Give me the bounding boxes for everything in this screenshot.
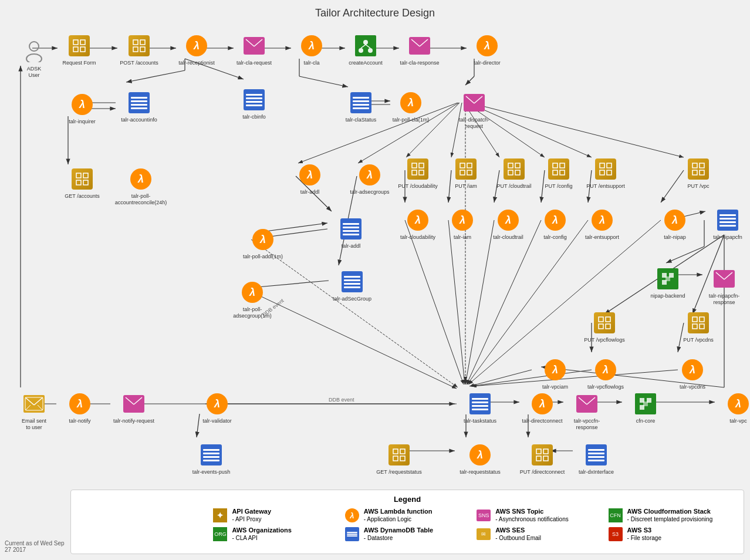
talr-iam-label: talr-iam — [454, 234, 471, 241]
node-talr-validator: λtalr-validator — [194, 392, 241, 424]
svg-rect-164 — [393, 456, 398, 461]
node-put-iam: PUT /iam — [442, 157, 489, 190]
svg-rect-111 — [419, 170, 424, 175]
talr-adSecGroup-label: talr-adSecGroup — [333, 296, 371, 302]
svg-rect-145 — [692, 324, 697, 329]
svg-rect-141 — [599, 324, 603, 329]
svg-line-27 — [469, 103, 684, 157]
node-talr-nipap: λtalr-nipap — [651, 208, 698, 241]
talr-validator-icon: λ — [205, 392, 229, 416]
svg-point-93 — [363, 40, 368, 45]
svg-rect-144 — [700, 317, 704, 322]
talr-receptionist-label: talr-receptionist — [178, 60, 215, 66]
current-date: Current as of Wed Sep 27 2017 — [5, 540, 69, 553]
svg-rect-126 — [600, 170, 604, 175]
legend-item-dynamo: AWS DynamoDB Table- Datastore — [344, 526, 471, 542]
legend-ses-text: AWS SES- Outbound Email — [495, 526, 541, 542]
talr-vpcdns-icon: λ — [681, 358, 704, 382]
legend-item-apigateway: ✦ API Gateway- API Proxy — [212, 507, 339, 524]
talr-vpc-icon: λ — [727, 392, 750, 416]
talr-dispatch-request-icon — [462, 91, 486, 114]
get-requeststatus-label: GET /requeststatus — [376, 469, 421, 475]
talr-poll-accountreconcile-label: talr-poll-accountreconcile(24h) — [115, 193, 167, 206]
svg-line-64 — [252, 292, 457, 389]
talr-adsecgroups-icon: λ — [358, 163, 381, 187]
legend-lambda-icon: λ — [344, 507, 360, 524]
legend-title: Legend — [80, 495, 734, 504]
talr-addl-db-label: talr-addl — [342, 243, 361, 249]
put-vpc-icon — [687, 157, 710, 181]
talr-iam-icon: λ — [451, 208, 474, 232]
svg-rect-129 — [700, 163, 704, 168]
talr-cla-request-icon — [242, 34, 266, 58]
svg-line-21 — [299, 76, 348, 87]
svg-rect-124 — [600, 163, 604, 168]
node-talr-nipapcfn-response: talr-nipapcfn-response — [701, 267, 748, 306]
node-talr-adsecgroups: λtalr-adsecgroups — [346, 163, 393, 195]
legend-item-ses: ✉ AWS SES- Outbound Email — [475, 526, 602, 542]
talr-cloudability-label: talr-cloudability — [400, 234, 435, 241]
talr-requeststatus-label: talr-requeststatus — [460, 469, 501, 475]
talr-cbinfo-icon — [242, 88, 266, 112]
node-adsk-user: ADSK User — [11, 40, 58, 79]
page-title: Tailor Architecture Design — [0, 0, 750, 19]
svg-rect-104 — [76, 173, 81, 178]
node-talr-cla: λtalr-cla — [288, 34, 335, 66]
svg-rect-123 — [560, 170, 565, 175]
node-post-accounts: POST /accounts — [116, 34, 163, 66]
svg-line-52 — [448, 220, 465, 384]
talr-claStatus-icon — [349, 91, 373, 114]
legend-sns-icon: SNS — [475, 507, 492, 524]
node-talr-cloudtrail: λtalr-cloudtrail — [485, 208, 532, 241]
talr-config-icon: λ — [543, 208, 567, 232]
svg-point-80 — [29, 42, 39, 51]
talr-dispatch-request-label: talr-dispatch-request — [451, 117, 498, 130]
svg-line-53 — [465, 220, 494, 384]
talr-cla-response-label: talr-cla-response — [400, 60, 439, 66]
svg-line-44 — [666, 247, 704, 263]
talr-adSecGroup-icon — [340, 270, 364, 294]
legend-sns-text: AWS SNS Topic- Asynchronous notification… — [495, 507, 569, 523]
node-talr-accountinfo: talr-accountinfo — [116, 91, 163, 123]
talr-poll-addl-icon: λ — [251, 228, 275, 251]
talr-nipapcfn-label: talr-nipapcfn — [713, 234, 742, 241]
node-talr-adSecGroup: talr-adSecGroup — [329, 270, 376, 302]
talr-inquirer-label: talr-inquirer — [69, 119, 96, 125]
svg-line-10 — [126, 70, 185, 82]
node-email-user: Email sent to user — [11, 392, 58, 431]
talr-cla-icon: λ — [300, 34, 323, 58]
legend-org-text: AWS Organizations- CLA API — [232, 526, 291, 542]
node-put-vpc: PUT /vpc — [675, 157, 722, 190]
talr-dxinterface-label: talr-dxInterface — [579, 469, 614, 475]
talr-nipap-icon: λ — [663, 208, 687, 232]
svg-rect-135 — [665, 276, 670, 281]
talr-cloudtrail-label: talr-cloudtrail — [493, 234, 523, 241]
talr-poll-adsecgroup-icon: λ — [241, 281, 264, 304]
node-talr-addl-db: talr-addl — [327, 217, 374, 249]
get-requeststatus-icon — [387, 443, 411, 467]
node-cfn-core: cfn-core — [622, 392, 669, 424]
createAccount-icon — [354, 34, 377, 58]
put-directconnect-icon — [531, 443, 554, 467]
svg-point-94 — [359, 48, 363, 53]
talr-vpccfn-response-icon — [575, 392, 599, 416]
node-talr-vpc: λtalr-vpc — [715, 392, 750, 424]
talr-cla-response-icon — [408, 34, 431, 58]
svg-rect-110 — [412, 170, 417, 175]
talr-directconnect-label: talr-directconnect — [522, 418, 562, 424]
put-vpcflowlogs-icon — [593, 311, 616, 335]
svg-rect-88 — [133, 47, 138, 52]
put-entsupport-label: PUT /entsupport — [586, 183, 624, 190]
svg-rect-146 — [700, 324, 704, 329]
talr-entsupport-icon: λ — [590, 208, 614, 232]
svg-rect-117 — [515, 163, 520, 168]
email-user-icon — [22, 392, 46, 416]
talr-vpcflowlogs-label: talr-vpcflowlogs — [587, 384, 624, 390]
node-nipap-backend: nipap-backend — [644, 267, 691, 299]
nipap-backend-label: nipap-backend — [650, 293, 685, 299]
node-talr-director: λtalr-director — [464, 34, 511, 66]
createAccount-label: createAccount — [349, 60, 383, 66]
talr-poll-cla-icon: λ — [399, 91, 423, 114]
legend-s3-icon: S3 — [607, 526, 624, 542]
talr-nipapcfn-icon — [716, 208, 739, 232]
